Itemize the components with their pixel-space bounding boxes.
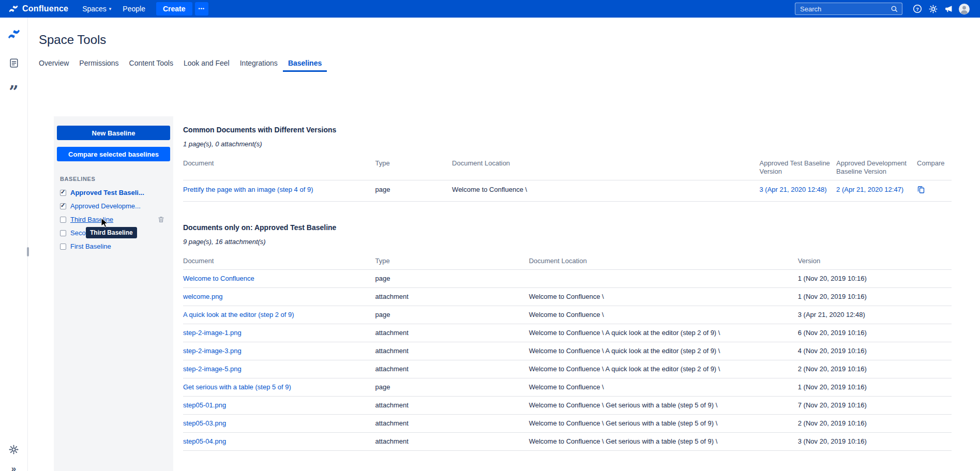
col-type: Type bbox=[375, 155, 453, 180]
tab-content-tools[interactable]: Content Tools bbox=[124, 56, 178, 72]
document-cell-link[interactable]: Get serious with a table (step 5 of 9) bbox=[183, 383, 291, 391]
expand-sidebar-icon[interactable]: » bbox=[7, 462, 21, 471]
version-cell: 2 (Nov 20, 2019 10:16) bbox=[798, 415, 952, 433]
col-document-location: Document Location bbox=[452, 155, 759, 180]
version-cell: 6 (Nov 20, 2019 10:16) bbox=[798, 324, 952, 342]
baseline-checkbox[interactable] bbox=[60, 217, 66, 223]
tab-look-and-feel[interactable]: Look and Feel bbox=[178, 56, 235, 72]
baselines-list-title: BASELINES bbox=[60, 176, 167, 182]
nav-people[interactable]: People bbox=[117, 0, 151, 18]
list-item: First Baseline bbox=[57, 240, 170, 253]
baseline-checkbox[interactable] bbox=[60, 230, 66, 236]
list-item: Approved Test Baseli... bbox=[57, 186, 170, 200]
location-cell: Welcome to Confluence \ bbox=[529, 306, 798, 324]
document-cell-link[interactable]: A quick look at the editor (step 2 of 9) bbox=[183, 311, 294, 318]
tab-overview[interactable]: Overview bbox=[39, 56, 74, 72]
space-settings-gear-icon[interactable] bbox=[7, 442, 21, 457]
common-documents-table: Document Type Document Location Approved… bbox=[183, 155, 952, 202]
blog-quotes-icon[interactable]: ” bbox=[7, 85, 21, 99]
document-cell: step05-01.png bbox=[183, 397, 375, 415]
document-cell: Prettify the page with an image (step 4 … bbox=[183, 180, 375, 202]
test-baseline-version-cell: 3 (Apr 21, 2020 12:48) bbox=[760, 180, 837, 202]
space-logo-icon[interactable] bbox=[7, 27, 21, 41]
document-cell-link[interactable]: step-2-image-5.png bbox=[183, 365, 242, 373]
location-cell: Welcome to Confluence \ Get serious with… bbox=[529, 397, 798, 415]
document-cell-link[interactable]: step-2-image-3.png bbox=[183, 347, 242, 355]
document-cell-link[interactable]: welcome.png bbox=[183, 293, 223, 300]
type-cell: attachment bbox=[375, 433, 529, 451]
confluence-logo-icon bbox=[8, 4, 19, 14]
baseline-checkbox[interactable] bbox=[60, 203, 66, 209]
document-cell-link[interactable]: Prettify the page with an image (step 4 … bbox=[183, 186, 313, 193]
tab-baselines[interactable]: Baselines bbox=[283, 56, 327, 72]
section-heading: Common Documents with Different Versions bbox=[183, 126, 952, 134]
document-cell: A quick look at the editor (step 2 of 9) bbox=[183, 306, 375, 324]
table-row: step-2-image-5.pngattachmentWelcome to C… bbox=[183, 360, 952, 378]
create-button[interactable]: Create bbox=[156, 2, 192, 16]
svg-text:?: ? bbox=[916, 6, 919, 12]
create-more-button[interactable]: ••• bbox=[195, 2, 208, 16]
dev-baseline-version-cell-link[interactable]: 2 (Apr 21, 2020 12:47) bbox=[836, 186, 903, 193]
delete-baseline-trash-icon[interactable] bbox=[157, 216, 165, 223]
table-row: step-2-image-3.pngattachmentWelcome to C… bbox=[183, 342, 952, 360]
top-navigation-bar: Confluence Spaces ▾ People Create ••• ? bbox=[0, 0, 980, 18]
document-cell-link[interactable]: Welcome to Confluence bbox=[183, 275, 254, 282]
table-row: A quick look at the editor (step 2 of 9)… bbox=[183, 306, 952, 324]
search-input[interactable] bbox=[800, 5, 891, 13]
document-cell: step05-03.png bbox=[183, 415, 375, 433]
compare-copy-icon[interactable] bbox=[917, 188, 925, 195]
document-cell: step-2-image-1.png bbox=[183, 324, 375, 342]
type-cell: attachment bbox=[375, 288, 529, 306]
settings-gear-icon[interactable] bbox=[925, 0, 941, 18]
test-baseline-version-cell-link[interactable]: 3 (Apr 21, 2020 12:48) bbox=[760, 186, 827, 193]
brand-wordmark: Confluence bbox=[22, 4, 68, 13]
new-baseline-button[interactable]: New Baseline bbox=[57, 126, 170, 140]
search-box[interactable] bbox=[795, 3, 902, 15]
baseline-link[interactable]: Approved Developme... bbox=[70, 202, 141, 210]
type-cell: page bbox=[375, 378, 529, 397]
common-documents-section: Common Documents with Different Versions… bbox=[183, 126, 952, 202]
col-document: Document bbox=[183, 155, 375, 180]
space-tools-tabs: Overview Permissions Content Tools Look … bbox=[39, 56, 980, 72]
user-avatar[interactable] bbox=[956, 0, 972, 18]
space-sidebar: ” » bbox=[0, 18, 28, 471]
table-row: Prettify the page with an image (step 4 … bbox=[183, 180, 952, 202]
baseline-link[interactable]: Approved Test Baseli... bbox=[70, 189, 144, 197]
pages-icon[interactable] bbox=[7, 56, 21, 70]
announcements-megaphone-icon[interactable] bbox=[941, 0, 956, 18]
type-cell: page bbox=[375, 180, 453, 202]
baselines-panel: New Baseline Compare selected baselines … bbox=[54, 116, 173, 471]
col-document-location: Document Location bbox=[529, 253, 798, 270]
sidebar-resize-grip[interactable] bbox=[27, 247, 29, 256]
location-cell bbox=[529, 270, 798, 288]
baseline-checkbox[interactable] bbox=[60, 244, 66, 250]
baseline-checkbox[interactable] bbox=[60, 190, 66, 196]
help-icon[interactable]: ? bbox=[910, 0, 925, 18]
nav-people-label: People bbox=[123, 5, 145, 13]
section-count: 1 page(s), 0 attachment(s) bbox=[183, 140, 952, 148]
nav-spaces[interactable]: Spaces ▾ bbox=[77, 0, 117, 18]
location-cell: Welcome to Confluence \ bbox=[529, 288, 798, 306]
col-compare: Compare bbox=[917, 155, 952, 180]
baseline-tooltip: Third Baseline bbox=[86, 227, 137, 238]
document-cell: step05-04.png bbox=[183, 433, 375, 451]
document-cell-link[interactable]: step-2-image-1.png bbox=[183, 329, 242, 337]
document-cell-link[interactable]: step05-03.png bbox=[183, 419, 226, 427]
search-icon[interactable] bbox=[891, 5, 898, 13]
document-cell-link[interactable]: step05-01.png bbox=[183, 401, 226, 409]
compare-baselines-button[interactable]: Compare selected baselines bbox=[57, 147, 170, 161]
baseline-link[interactable]: First Baseline bbox=[70, 242, 111, 251]
type-cell: attachment bbox=[375, 324, 529, 342]
document-cell-link[interactable]: step05-04.png bbox=[183, 437, 226, 445]
tab-permissions[interactable]: Permissions bbox=[74, 56, 124, 72]
tab-integrations[interactable]: Integrations bbox=[235, 56, 283, 72]
version-cell: 7 (Nov 20, 2019 10:16) bbox=[798, 397, 952, 415]
document-cell: step-2-image-5.png bbox=[183, 360, 375, 378]
list-item: Third Baseline bbox=[57, 213, 170, 226]
confluence-brand[interactable]: Confluence bbox=[8, 4, 68, 14]
baseline-link[interactable]: Third Baseline bbox=[70, 216, 113, 224]
baseline-list: Approved Test Baseli... Approved Develop… bbox=[57, 186, 170, 253]
table-row: Welcome to Confluencepage1 (Nov 20, 2019… bbox=[183, 270, 952, 288]
version-cell: 2 (Nov 20, 2019 10:16) bbox=[798, 360, 952, 378]
only-on-test-baseline-section: Documents only on: Approved Test Baselin… bbox=[183, 223, 952, 451]
